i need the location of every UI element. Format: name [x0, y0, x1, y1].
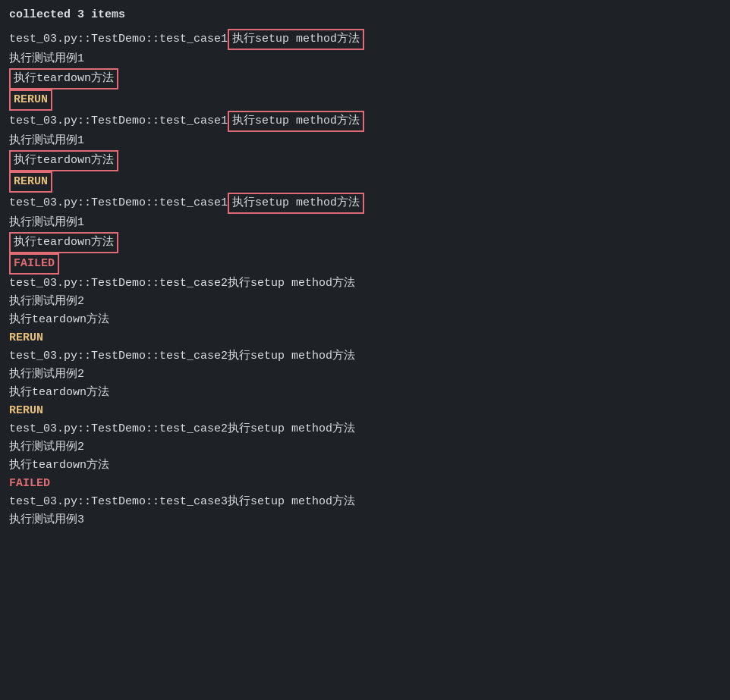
block-1-line1: test_03.py::TestDemo::test_case1 执行setup…: [9, 29, 721, 50]
block-2-test-run: 执行测试用例1: [9, 132, 84, 150]
block-6-teardown-text: 执行teardown方法: [9, 457, 109, 475]
block-7-test-name: test_03.py::TestDemo::test_case3: [9, 493, 228, 511]
block-5-teardown-text: 执行teardown方法: [9, 384, 109, 402]
block-3-status-line: FAILED: [9, 253, 721, 275]
block-4-teardown-text: 执行teardown方法: [9, 311, 109, 329]
block-5-line2: 执行测试用例2: [9, 366, 721, 384]
block-4-test-run: 执行测试用例2: [9, 293, 84, 311]
block-1-status-badge: RERUN: [9, 89, 52, 111]
block-6-test-run: 执行测试用例2: [9, 438, 84, 457]
block-6-status-badge: FAILED: [9, 475, 50, 493]
block-5-line1: test_03.py::TestDemo::test_case2 执行setup…: [9, 347, 721, 366]
block-4-setup-text: 执行setup method方法: [228, 275, 355, 293]
block-6-setup-text: 执行setup method方法: [228, 420, 355, 438]
block-1-status-line: RERUN: [9, 89, 721, 111]
terminal-output: collected 3 items test_03.py::TestDemo::…: [9, 6, 721, 529]
block-7-line2: 执行测试用例3: [9, 511, 721, 529]
block-5-line3: 执行teardown方法: [9, 384, 721, 402]
block-3-line2: 执行测试用例1: [9, 214, 721, 232]
block-5-setup-text: 执行setup method方法: [228, 347, 355, 366]
block-6-test-name: test_03.py::TestDemo::test_case2: [9, 420, 228, 438]
block-3-line1: test_03.py::TestDemo::test_case1 执行setup…: [9, 193, 721, 214]
header-line: collected 3 items: [9, 6, 721, 24]
block-4-line2: 执行测试用例2: [9, 293, 721, 311]
block-3-setup-boxed: 执行setup method方法: [228, 193, 364, 214]
block-6-status-line: FAILED: [9, 475, 721, 493]
block-6-line1: test_03.py::TestDemo::test_case2 执行setup…: [9, 420, 721, 438]
header-text: collected 3 items: [9, 8, 125, 21]
block-2-test-name: test_03.py::TestDemo::test_case1: [9, 112, 228, 130]
block-6-line2: 执行测试用例2: [9, 438, 721, 457]
block-5-test-name: test_03.py::TestDemo::test_case2: [9, 347, 228, 366]
block-7-test-run: 执行测试用例3: [9, 511, 84, 529]
block-1-test-name: test_03.py::TestDemo::test_case1: [9, 30, 228, 49]
block-3-test-name: test_03.py::TestDemo::test_case1: [9, 194, 228, 212]
block-7-line1: test_03.py::TestDemo::test_case3 执行setup…: [9, 493, 721, 511]
block-6-line3: 执行teardown方法: [9, 457, 721, 475]
block-4-line3: 执行teardown方法: [9, 311, 721, 329]
block-3-line3: 执行teardown方法: [9, 232, 721, 253]
block-1-test-run: 执行测试用例1: [9, 50, 84, 68]
block-3-test-run: 执行测试用例1: [9, 214, 84, 232]
block-3-status-badge: FAILED: [9, 253, 59, 275]
block-4-line1: test_03.py::TestDemo::test_case2 执行setup…: [9, 275, 721, 293]
block-2-teardown-boxed: 执行teardown方法: [9, 150, 118, 171]
block-2-status-badge: RERUN: [9, 171, 52, 193]
block-4-status-badge: RERUN: [9, 329, 43, 347]
block-4-test-name: test_03.py::TestDemo::test_case2: [9, 275, 228, 293]
block-2-line2: 执行测试用例1: [9, 132, 721, 150]
block-3-teardown-boxed: 执行teardown方法: [9, 232, 118, 253]
block-7-setup-text: 执行setup method方法: [228, 493, 355, 511]
block-1-setup-boxed: 执行setup method方法: [228, 29, 364, 50]
block-5-status-line: RERUN: [9, 402, 721, 420]
blocks-container: test_03.py::TestDemo::test_case1 执行setup…: [9, 29, 721, 529]
block-2-setup-boxed: 执行setup method方法: [228, 111, 364, 132]
block-5-test-run: 执行测试用例2: [9, 366, 84, 384]
block-2-line3: 执行teardown方法: [9, 150, 721, 171]
block-2-status-line: RERUN: [9, 171, 721, 193]
block-1-line2: 执行测试用例1: [9, 50, 721, 68]
block-5-status-badge: RERUN: [9, 402, 43, 420]
block-1-teardown-boxed: 执行teardown方法: [9, 68, 118, 89]
block-2-line1: test_03.py::TestDemo::test_case1 执行setup…: [9, 111, 721, 132]
block-1-line3: 执行teardown方法: [9, 68, 721, 89]
block-4-status-line: RERUN: [9, 329, 721, 347]
